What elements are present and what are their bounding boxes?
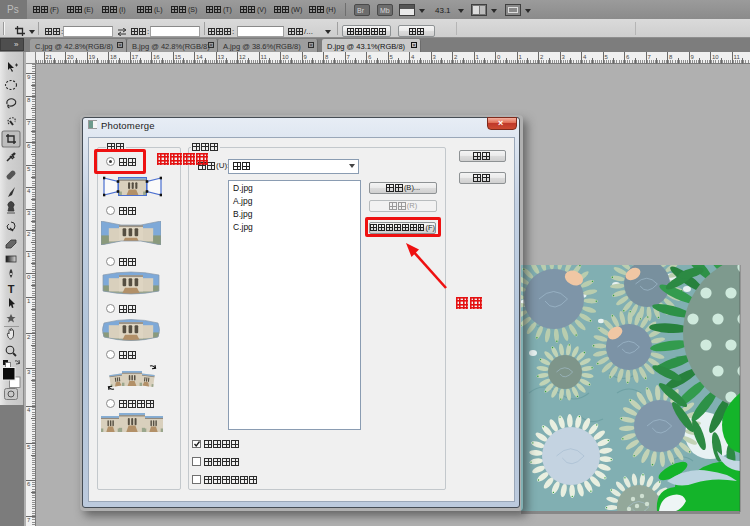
svg-text:T: T [8, 283, 15, 295]
